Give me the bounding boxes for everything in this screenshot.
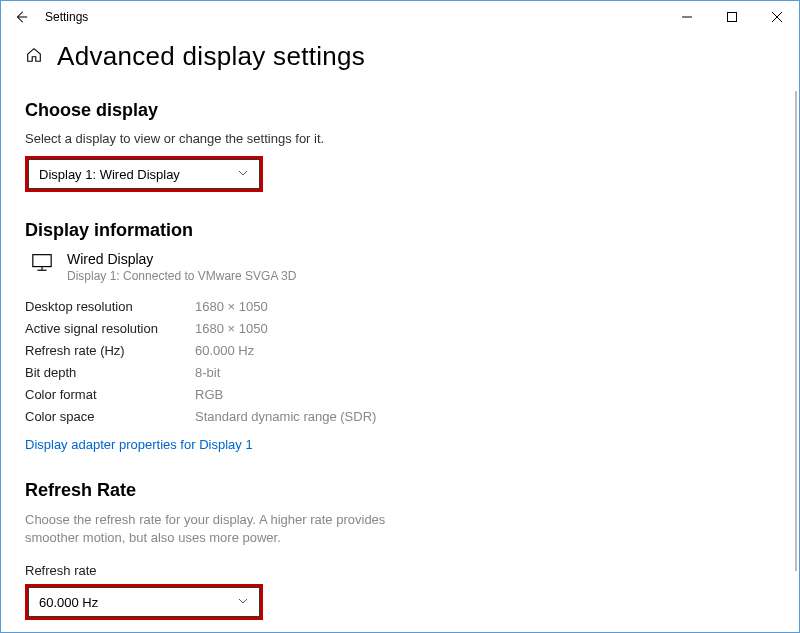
adapter-properties-link[interactable]: Display adapter properties for Display 1 bbox=[25, 437, 253, 452]
refresh-rate-select-value: 60.000 Hz bbox=[39, 595, 98, 610]
info-row: Color space Standard dynamic range (SDR) bbox=[25, 405, 775, 427]
minimize-button[interactable] bbox=[664, 1, 709, 33]
refresh-rate-section: Refresh Rate Choose the refresh rate for… bbox=[25, 480, 775, 633]
info-label: Active signal resolution bbox=[25, 321, 195, 336]
window-controls bbox=[664, 1, 799, 33]
refresh-rate-heading: Refresh Rate bbox=[25, 480, 775, 501]
info-value: 1680 × 1050 bbox=[195, 299, 268, 314]
info-value: Standard dynamic range (SDR) bbox=[195, 409, 376, 424]
svg-rect-2 bbox=[727, 13, 736, 22]
minimize-icon bbox=[682, 12, 692, 22]
refresh-rate-description: Choose the refresh rate for your display… bbox=[25, 511, 425, 547]
monitor-icon bbox=[31, 251, 53, 276]
close-button[interactable] bbox=[754, 1, 799, 33]
close-icon bbox=[772, 12, 782, 22]
back-button[interactable] bbox=[9, 5, 33, 29]
display-info-section: Display information Wired Display Displa… bbox=[25, 220, 775, 452]
info-label: Color space bbox=[25, 409, 195, 424]
display-info-table: Desktop resolution 1680 × 1050 Active si… bbox=[25, 295, 775, 427]
scrollbar[interactable] bbox=[795, 91, 797, 571]
info-row: Refresh rate (Hz) 60.000 Hz bbox=[25, 339, 775, 361]
choose-display-caption: Select a display to view or change the s… bbox=[25, 131, 775, 146]
info-value: 60.000 Hz bbox=[195, 343, 254, 358]
choose-display-section: Choose display Select a display to view … bbox=[25, 100, 775, 192]
info-row: Bit depth 8-bit bbox=[25, 361, 775, 383]
display-select[interactable]: Display 1: Wired Display bbox=[28, 159, 260, 189]
choose-display-heading: Choose display bbox=[25, 100, 775, 121]
info-value: 8-bit bbox=[195, 365, 220, 380]
display-info-heading: Display information bbox=[25, 220, 775, 241]
info-value: 1680 × 1050 bbox=[195, 321, 268, 336]
page-title: Advanced display settings bbox=[57, 41, 365, 72]
info-label: Color format bbox=[25, 387, 195, 402]
titlebar: Settings bbox=[1, 1, 799, 33]
info-row: Desktop resolution 1680 × 1050 bbox=[25, 295, 775, 317]
maximize-button[interactable] bbox=[709, 1, 754, 33]
home-icon[interactable] bbox=[25, 46, 43, 67]
chevron-down-icon bbox=[237, 595, 249, 610]
app-title: Settings bbox=[45, 10, 88, 24]
info-label: Refresh rate (Hz) bbox=[25, 343, 195, 358]
chevron-down-icon bbox=[237, 167, 249, 182]
maximize-icon bbox=[727, 12, 737, 22]
monitor-name: Wired Display bbox=[67, 251, 296, 267]
info-value: RGB bbox=[195, 387, 223, 402]
info-row: Color format RGB bbox=[25, 383, 775, 405]
monitor-subtext: Display 1: Connected to VMware SVGA 3D bbox=[67, 269, 296, 283]
info-label: Bit depth bbox=[25, 365, 195, 380]
refresh-rate-field-label: Refresh rate bbox=[25, 563, 775, 578]
arrow-left-icon bbox=[14, 10, 28, 24]
page-header: Advanced display settings bbox=[25, 41, 775, 72]
display-select-value: Display 1: Wired Display bbox=[39, 167, 180, 182]
info-label: Desktop resolution bbox=[25, 299, 195, 314]
info-row: Active signal resolution 1680 × 1050 bbox=[25, 317, 775, 339]
highlight-frame-refresh-select: 60.000 Hz bbox=[25, 584, 263, 620]
refresh-rate-select[interactable]: 60.000 Hz bbox=[28, 587, 260, 617]
svg-rect-5 bbox=[33, 255, 51, 267]
highlight-frame-display-select: Display 1: Wired Display bbox=[25, 156, 263, 192]
